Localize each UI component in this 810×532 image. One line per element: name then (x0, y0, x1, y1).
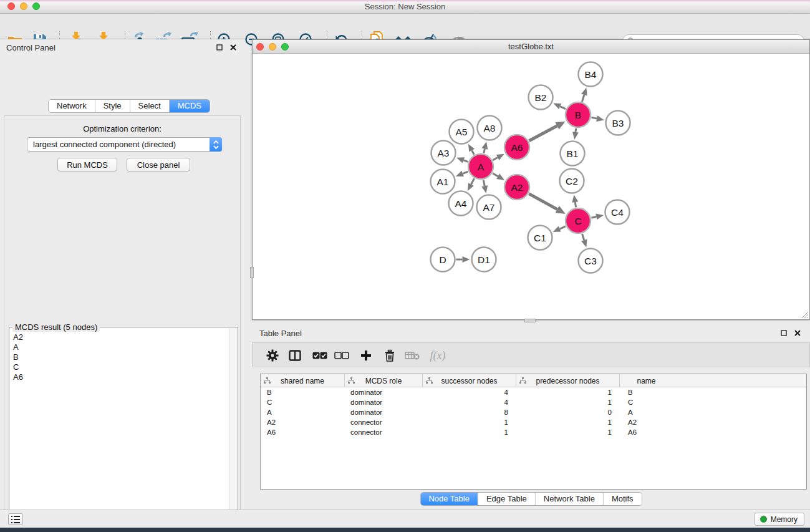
mcds-result-item[interactable]: A6 (12, 372, 228, 382)
edge-B-B3[interactable] (592, 117, 597, 118)
edge-A-A4[interactable] (471, 178, 474, 184)
column-header-predecessor-nodes[interactable]: predecessor nodes (516, 374, 619, 387)
graph-node-label: A4 (455, 198, 467, 209)
edge-A-A3[interactable] (463, 160, 468, 162)
table-cell: 1 (516, 417, 619, 427)
tab-edge-table[interactable]: Edge Table (478, 493, 535, 505)
delete-columns-button[interactable] (381, 347, 398, 364)
tab-network[interactable]: Network (49, 100, 95, 112)
splitter-handle-vertical[interactable] (250, 267, 254, 278)
edge-arrowhead (596, 115, 604, 122)
edge-A-A7[interactable] (483, 180, 485, 186)
column-header-label: predecessor nodes (536, 377, 599, 385)
deselect-all-button[interactable] (333, 347, 350, 364)
edge-C-C4[interactable] (591, 216, 596, 218)
table-row[interactable]: A6connector11A6 (261, 427, 806, 437)
column-header-successor-nodes[interactable]: successor nodes (422, 374, 516, 387)
column-panel-button[interactable] (286, 347, 304, 364)
close-panel-button[interactable]: Close panel (127, 158, 190, 172)
edge-A-A5[interactable] (472, 150, 475, 155)
memory-label: Memory (771, 515, 798, 524)
tab-mcds[interactable]: MCDS (169, 100, 210, 112)
gear-icon (266, 349, 279, 362)
function-builder-button[interactable]: f(x) (426, 347, 450, 364)
node-table-body: Bdominator41BCdominator41CAdominator80AA… (261, 387, 806, 437)
table-cell: 1 (422, 417, 516, 427)
table-cell: 1 (516, 427, 619, 437)
result-scrollbar[interactable] (229, 328, 237, 532)
status-bar: Memory (0, 510, 810, 528)
close-panel-icon[interactable] (228, 43, 238, 52)
network-canvas[interactable]: B4B2BB3A5A8A6B1A3AA1C2A2A4A7C4CC1C3DD1 (253, 54, 809, 319)
table-cell: A (619, 407, 673, 417)
create-column-button[interactable] (357, 347, 375, 364)
float-panel-icon[interactable] (215, 43, 224, 52)
column-header-label: shared name (281, 377, 324, 385)
graph-node-label: C (574, 216, 581, 226)
tab-motifs[interactable]: Motifs (603, 493, 642, 505)
graph-node-label: A6 (511, 142, 523, 153)
float-panel-icon[interactable] (779, 329, 789, 337)
edge-A6-B[interactable] (529, 126, 557, 141)
edge-arrowhead (581, 88, 587, 96)
table-cell: A6 (261, 427, 344, 437)
mcds-result-title: MCDS result (5 nodes) (12, 322, 100, 332)
edge-B-B2[interactable] (560, 107, 566, 109)
table-row[interactable]: Bdominator41B (261, 387, 806, 397)
select-all-button[interactable] (311, 347, 329, 364)
tab-select[interactable]: Select (130, 100, 169, 112)
node-table: shared nameMCDS rolesuccessor nodesprede… (260, 374, 807, 490)
graph-node-label: B (575, 110, 581, 120)
task-history-button[interactable] (8, 513, 23, 525)
edge-A2-C[interactable] (529, 194, 557, 210)
table-cell: 8 (422, 407, 516, 417)
zoom-window-button[interactable] (32, 2, 40, 10)
table-panel: Table Panel (252, 325, 810, 508)
column-header-name[interactable]: name (619, 374, 673, 387)
table-settings-button[interactable] (264, 347, 281, 364)
table-cell: 0 (516, 407, 619, 417)
tab-node-table[interactable]: Node Table (420, 493, 478, 505)
mcds-result-item[interactable]: A (12, 342, 228, 352)
network-view-window: testGlobe.txt B4B2BB3A5A8A6B1A3AA1C2A2A4… (252, 39, 810, 320)
mcds-result-item[interactable]: C (12, 362, 228, 372)
tab-network-table[interactable]: Network Table (535, 493, 603, 505)
minimize-window-button[interactable] (20, 2, 27, 10)
edge-arrowhead (595, 214, 604, 220)
edge-B-B4[interactable] (582, 95, 584, 102)
edge-C-C1[interactable] (560, 226, 566, 229)
table-cell: 4 (422, 397, 516, 407)
edge-arrowhead (481, 185, 488, 193)
column-type-icon (348, 377, 355, 384)
edge-A-A6[interactable] (493, 157, 498, 160)
column-header-shared-name[interactable]: shared name (261, 374, 344, 387)
run-mcds-button[interactable]: Run MCDS (57, 158, 117, 172)
close-window-button[interactable] (7, 2, 15, 10)
graph-node-label: A1 (437, 177, 449, 187)
tab-style[interactable]: Style (95, 100, 130, 112)
table-row[interactable]: Adominator80A (261, 407, 806, 417)
mcds-result-item[interactable]: A2 (12, 332, 228, 342)
edge-C-C2[interactable] (575, 202, 576, 207)
unchecked-boxes-icon (334, 352, 349, 359)
edge-B-B1[interactable] (576, 128, 576, 132)
edge-A-A2[interactable] (493, 173, 498, 177)
close-panel-icon[interactable] (793, 329, 803, 337)
memory-button[interactable]: Memory (755, 513, 804, 526)
dropdown-stepper-icon (210, 137, 222, 152)
resize-grip-icon[interactable] (800, 310, 809, 319)
mcds-result-box: MCDS result (5 nodes) A2ABCA6 (9, 327, 238, 532)
delete-table-button[interactable] (403, 347, 421, 364)
mcds-result-item[interactable]: B (12, 352, 228, 362)
network-window-titlebar[interactable]: testGlobe.txt (253, 40, 809, 54)
edge-C-C3[interactable] (582, 234, 584, 240)
table-row[interactable]: Cdominator41C (261, 397, 806, 407)
table-row[interactable]: A2connector11A2 (261, 417, 806, 427)
table-cell: dominator (344, 387, 422, 397)
column-header-MCDS-role[interactable]: MCDS role (344, 374, 422, 387)
edge-A-A8[interactable] (484, 149, 485, 153)
splitter-handle-horizontal[interactable] (524, 319, 536, 322)
node-table-header: shared nameMCDS rolesuccessor nodesprede… (261, 374, 806, 387)
criterion-dropdown[interactable]: largest connected component (directed) (27, 137, 222, 152)
edge-A-A1[interactable] (463, 172, 468, 173)
